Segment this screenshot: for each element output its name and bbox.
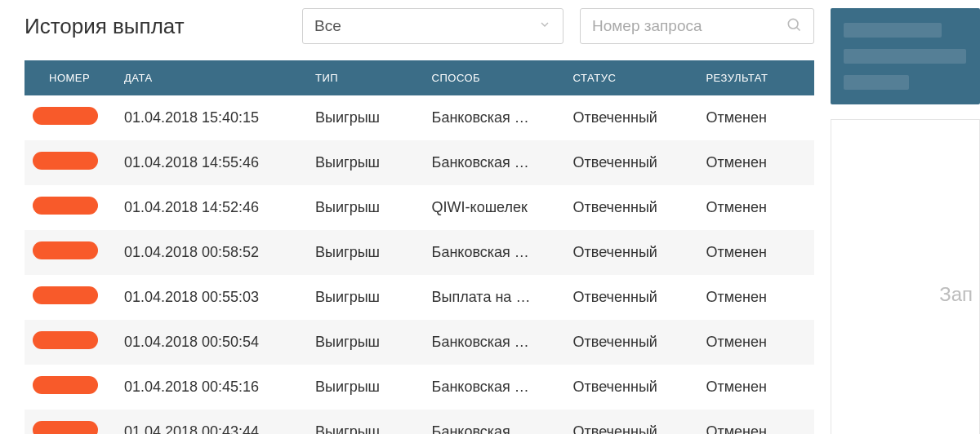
cell-date: 01.04.2018 00:58:52 xyxy=(116,230,307,275)
col-result[interactable]: РЕЗУЛЬТАТ xyxy=(697,60,814,95)
cell-number xyxy=(24,140,116,185)
cell-status: Отвеченный xyxy=(565,95,698,140)
cell-type: Выигрыш xyxy=(307,185,424,230)
search-icon xyxy=(786,16,802,36)
cell-method: Банковская … xyxy=(424,95,565,140)
cell-number xyxy=(24,275,116,320)
cell-type: Выигрыш xyxy=(307,275,424,320)
sidebar-card: Зап xyxy=(831,119,980,434)
cell-result: Отменен xyxy=(697,140,814,185)
cell-type: Выигрыш xyxy=(307,410,424,434)
cell-type: Выигрыш xyxy=(307,320,424,365)
table-header-row: НОМЕР ДАТА ТИП СПОСОБ СТАТУС РЕЗУЛЬТАТ xyxy=(24,60,814,95)
cell-result: Отменен xyxy=(697,185,814,230)
table-row[interactable]: 01.04.2018 00:55:03ВыигрышВыплата на …От… xyxy=(24,275,814,320)
cell-number xyxy=(24,410,116,434)
cell-date: 01.04.2018 14:55:46 xyxy=(116,140,307,185)
search-input[interactable] xyxy=(592,17,786,35)
cell-result: Отменен xyxy=(697,95,814,140)
cell-date: 01.04.2018 15:40:15 xyxy=(116,95,307,140)
redacted-number xyxy=(33,241,98,259)
col-method[interactable]: СПОСОБ xyxy=(424,60,565,95)
cell-date: 01.04.2018 00:50:54 xyxy=(116,320,307,365)
cell-number xyxy=(24,320,116,365)
cell-method: Банковская … xyxy=(424,230,565,275)
cell-method: Банковская … xyxy=(424,365,565,410)
cell-number xyxy=(24,185,116,230)
cell-method: Банковская … xyxy=(424,140,565,185)
table-row[interactable]: 01.04.2018 14:55:46ВыигрышБанковская …От… xyxy=(24,140,814,185)
col-status[interactable]: СТАТУС xyxy=(565,60,698,95)
col-date[interactable]: ДАТА xyxy=(116,60,307,95)
redacted-number xyxy=(33,376,98,394)
cell-status: Отвеченный xyxy=(565,320,698,365)
search-box[interactable] xyxy=(580,8,814,44)
svg-point-0 xyxy=(788,19,798,29)
cell-status: Отвеченный xyxy=(565,365,698,410)
cell-type: Выигрыш xyxy=(307,365,424,410)
redacted-number xyxy=(33,421,98,434)
cell-result: Отменен xyxy=(697,275,814,320)
cell-status: Отвеченный xyxy=(565,410,698,434)
cell-method: Банковская … xyxy=(424,410,565,434)
filter-select[interactable]: Все xyxy=(302,8,564,44)
table-row[interactable]: 01.04.2018 14:52:46ВыигрышQIWI-кошелекОт… xyxy=(24,185,814,230)
cell-date: 01.04.2018 14:52:46 xyxy=(116,185,307,230)
cell-date: 01.04.2018 00:55:03 xyxy=(116,275,307,320)
sidebar-hint-text: Зап xyxy=(939,283,973,306)
cell-number xyxy=(24,95,116,140)
redacted-number xyxy=(33,107,98,125)
cell-method: Выплата на … xyxy=(424,275,565,320)
cell-status: Отвеченный xyxy=(565,230,698,275)
table-row[interactable]: 01.04.2018 00:58:52ВыигрышБанковская …От… xyxy=(24,230,814,275)
cell-type: Выигрыш xyxy=(307,140,424,185)
table-row[interactable]: 01.04.2018 00:50:54ВыигрышБанковская …От… xyxy=(24,320,814,365)
filter-select-value: Все xyxy=(314,17,341,35)
cell-date: 01.04.2018 00:45:16 xyxy=(116,365,307,410)
sidebar-skeleton-line xyxy=(844,75,909,90)
payouts-table: НОМЕР ДАТА ТИП СПОСОБ СТАТУС РЕЗУЛЬТАТ 0… xyxy=(24,60,814,434)
sidebar-summary-panel xyxy=(831,8,980,104)
cell-number xyxy=(24,230,116,275)
table-row[interactable]: 01.04.2018 15:40:15ВыигрышБанковская …От… xyxy=(24,95,814,140)
cell-result: Отменен xyxy=(697,365,814,410)
chevron-down-icon xyxy=(538,18,551,34)
redacted-number xyxy=(33,152,98,170)
sidebar-skeleton-line xyxy=(844,49,966,64)
cell-date: 01.04.2018 00:43:44 xyxy=(116,410,307,434)
page-title: История выплат xyxy=(24,14,286,39)
cell-type: Выигрыш xyxy=(307,95,424,140)
cell-status: Отвеченный xyxy=(565,185,698,230)
col-number[interactable]: НОМЕР xyxy=(24,60,116,95)
cell-result: Отменен xyxy=(697,320,814,365)
table-row[interactable]: 01.04.2018 00:45:16ВыигрышБанковская …От… xyxy=(24,365,814,410)
cell-result: Отменен xyxy=(697,230,814,275)
svg-line-1 xyxy=(797,28,800,31)
cell-type: Выигрыш xyxy=(307,230,424,275)
redacted-number xyxy=(33,197,98,215)
cell-result: Отменен xyxy=(697,410,814,434)
cell-method: QIWI-кошелек xyxy=(424,185,565,230)
cell-number xyxy=(24,365,116,410)
redacted-number xyxy=(33,286,98,304)
redacted-number xyxy=(33,331,98,349)
sidebar-skeleton-line xyxy=(844,23,942,38)
cell-status: Отвеченный xyxy=(565,275,698,320)
cell-status: Отвеченный xyxy=(565,140,698,185)
table-row[interactable]: 01.04.2018 00:43:44ВыигрышБанковская …От… xyxy=(24,410,814,434)
cell-method: Банковская … xyxy=(424,320,565,365)
col-type[interactable]: ТИП xyxy=(307,60,424,95)
